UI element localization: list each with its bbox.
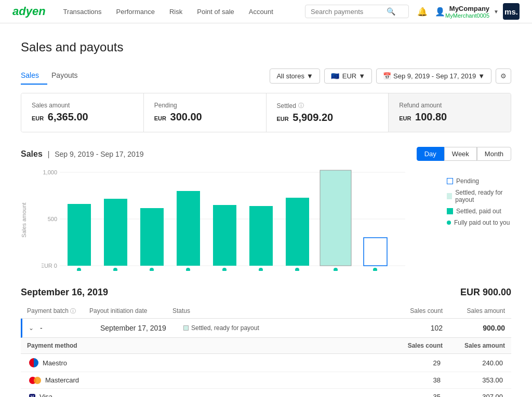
svg-text:EUR 0: EUR 0 [42,263,57,269]
count-col-header: Sales count [391,307,443,315]
visa-amount: 307.00 [441,393,503,397]
maestro-amount: 240.00 [441,359,503,367]
time-btn-day[interactable]: Day [417,147,444,161]
page-title: Sales and payouts [21,40,511,54]
status-value: Settled, ready for payout [183,324,391,332]
main-nav: Transactions Performance Risk Point of s… [62,8,305,16]
mastercard-icon [29,377,41,384]
bar-13[interactable] [213,205,236,266]
payout-date-value: September 17, 2019 [100,324,183,332]
search-input[interactable] [311,8,383,16]
bar-10[interactable] [104,199,127,266]
account-avatar: ms. [503,3,520,20]
time-buttons: Day Week Month [417,147,511,161]
time-btn-month[interactable]: Month [477,147,511,161]
legend-settled-paid-box [447,208,453,214]
date-filter[interactable]: 📅 Sep 9, 2019 - Sep 17, 2019 ▼ [376,69,491,84]
svg-point-22 [334,268,338,271]
chevron-down-icon: ▼ [307,72,313,80]
tab-filters: All stores ▼ 🇪🇺 EUR ▼ 📅 Sep 9, 2019 - Se… [270,69,511,84]
maestro-count: 29 [389,359,441,367]
tabs: Sales Payouts [21,67,90,85]
account-info: MyCompany MyMerchant0005 [445,5,489,19]
nav-account[interactable]: Account [248,8,274,16]
nav-transactions[interactable]: Transactions [62,8,103,16]
settings-button[interactable]: ⚙ [496,69,511,84]
pm-header-row: Payment method Sales count Sales amount [21,338,511,354]
expand-icon[interactable]: ⌄ [29,324,34,332]
nav-performance[interactable]: Performance [115,8,156,16]
batch-row: ⌄ - September 17, 2019 Settled, ready fo… [21,319,511,338]
metric-refund: Refund amount EUR 100.80 [389,93,511,132]
tabs-row: Sales Payouts All stores ▼ 🇪🇺 EUR ▼ 📅 Se… [21,67,511,85]
status-badge: Settled, ready for payout [183,324,259,332]
legend-pending: Pending [447,177,511,185]
batch-table-header: Payment batch ⓘ Payout initiation date S… [21,304,511,319]
nav-point-of-sale[interactable]: Point of sale [196,8,235,16]
bar-09[interactable] [68,204,91,266]
pm-row-maestro: Maestro 29 240.00 [21,354,511,372]
batch-value: - [38,324,100,332]
user-icon[interactable]: 👤 [435,7,445,17]
logo[interactable]: adyen [12,5,46,18]
settled-info-icon[interactable]: ⓘ [298,102,304,109]
bar-12[interactable] [177,191,200,266]
search-icon: 🔍 [387,7,395,16]
metrics-row: Sales amount EUR 6,365.00 Pending EUR 30… [21,93,511,132]
batch-amount-value: 900.00 [443,324,505,332]
bar-15[interactable] [286,198,309,266]
bell-icon[interactable]: 🔔 [417,7,428,17]
refund-label: Refund amount [399,102,500,109]
status-col-header: Status [172,307,391,315]
chevron-down-icon: ▼ [478,72,485,80]
chevron-down-icon: ▼ [358,72,365,80]
legend-fully-paid: Fully paid out to you [447,219,511,226]
bar-11[interactable] [140,208,164,266]
settled-label: Settled ⓘ [277,102,378,109]
account-dropdown-icon[interactable]: ▼ [494,9,499,15]
svg-text:500: 500 [48,216,57,222]
merchant-id: MyMerchant0005 [445,12,489,19]
bar-14[interactable] [249,206,273,266]
header-icons: 🔔 👤 [417,7,445,17]
time-btn-week[interactable]: Week [444,147,477,161]
legend-fully-paid-dot [447,221,451,225]
chart-header: Sales | Sep 9, 2019 - Sep 17, 2019 Day W… [21,147,511,161]
pm-col-header: Payment method [27,342,391,349]
store-filter[interactable]: All stores ▼ [270,69,320,84]
chart-legend: Pending Settled, ready for payout Settle… [436,167,511,230]
detail-section: September 16, 2019 EUR 900.00 Payment ba… [21,287,511,397]
mastercard-count: 38 [389,376,441,384]
legend-pending-box [447,178,453,184]
chart-container: Sales amount 1,000 500 EUR 0 [21,167,511,272]
refund-value: EUR 100.80 [399,111,500,123]
tab-payouts[interactable]: Payouts [51,67,86,85]
batch-count-value: 102 [391,324,443,332]
maestro-icon [29,358,38,367]
pm-amount-col-header: Sales amount [443,342,505,349]
svg-text:1,000: 1,000 [43,169,57,175]
chart-title: Sales | Sep 9, 2019 - Sep 17, 2019 [21,149,143,159]
bar-17[interactable] [364,238,387,266]
batch-col-header: Payment batch ⓘ [27,307,89,315]
bar-16-selected[interactable] [320,170,351,266]
currency-filter[interactable]: 🇪🇺 EUR ▼ [324,69,372,84]
visa-count: 35 [389,393,441,397]
visa-icon: V [29,394,35,398]
chart-area: Sales amount 1,000 500 EUR 0 [21,167,436,272]
pm-row-mastercard: Mastercard 38 353.00 [21,372,511,389]
batch-info-icon[interactable]: ⓘ [70,308,76,314]
header: adyen Transactions Performance Risk Poin… [0,0,532,23]
eu-flag-icon: 🇪🇺 [331,72,339,80]
detail-total-amount: EUR 900.00 [460,287,511,298]
mastercard-amount: 353.00 [441,376,503,384]
tab-sales[interactable]: Sales [21,67,47,85]
detail-date: September 16, 2019 [21,287,108,298]
legend-settled-paid: Settled, paid out [447,208,511,215]
sales-amount-label: Sales amount [32,102,133,109]
pm-count-col-header: Sales count [391,342,443,349]
legend-settled-ready: Settled, ready for payout [447,189,511,203]
nav-risk[interactable]: Risk [168,8,183,16]
main-content: Sales and payouts Sales Payouts All stor… [0,23,532,397]
sales-amount-value: EUR 6,365.00 [32,111,133,123]
